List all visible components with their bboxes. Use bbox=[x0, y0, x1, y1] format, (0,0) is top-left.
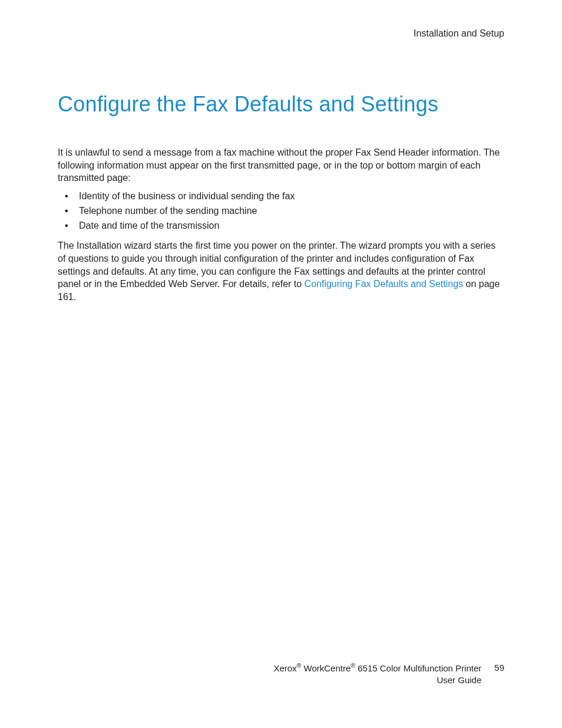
list-item: Identity of the business or individual s… bbox=[58, 189, 504, 203]
page-number: 59 bbox=[494, 662, 504, 673]
page-footer: Xerox® WorkCentre® 6515 Color Multifunct… bbox=[58, 662, 504, 686]
registered-mark-icon: ® bbox=[351, 662, 355, 669]
list-item: Telephone number of the sending machine bbox=[58, 204, 504, 218]
running-header: Installation and Setup bbox=[58, 28, 504, 39]
body-paragraph: The Installation wizard starts the first… bbox=[58, 239, 504, 303]
intro-paragraph: It is unlawful to send a message from a … bbox=[58, 146, 504, 185]
footer-product-info: Xerox® WorkCentre® 6515 Color Multifunct… bbox=[273, 662, 481, 686]
list-item: Date and time of the transmission bbox=[58, 219, 504, 232]
footer-product-name: 6515 Color Multifunction Printer bbox=[355, 663, 481, 673]
footer-guide-label: User Guide bbox=[273, 674, 481, 686]
footer-brand-workcentre: WorkCentre bbox=[301, 663, 351, 673]
cross-reference-link[interactable]: Configuring Fax Defaults and Settings bbox=[305, 279, 463, 289]
page-title: Configure the Fax Defaults and Settings bbox=[58, 92, 504, 117]
header-section-label: Installation and Setup bbox=[414, 28, 504, 38]
footer-brand-xerox: Xerox bbox=[273, 663, 296, 673]
requirements-list: Identity of the business or individual s… bbox=[58, 189, 504, 233]
